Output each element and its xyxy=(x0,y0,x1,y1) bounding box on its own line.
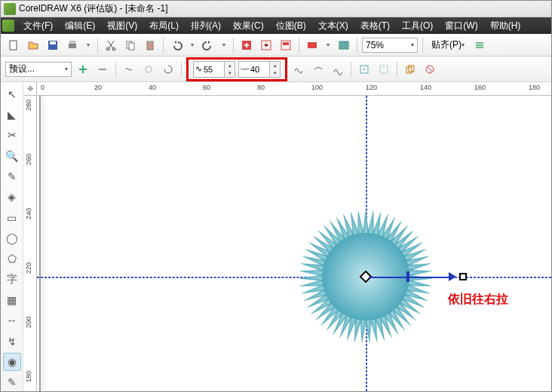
ruler-tick: 260 xyxy=(25,154,32,165)
ruler-tick: 280 xyxy=(25,100,32,111)
menu-text[interactable]: 文本(X) xyxy=(312,17,354,34)
snap-to-button[interactable]: 贴齐(P) ▾ xyxy=(428,38,468,53)
copy-icon[interactable] xyxy=(122,37,139,54)
polygon-tool-icon[interactable]: ⬠ xyxy=(3,250,21,268)
menu-view[interactable]: 视图(V) xyxy=(101,17,143,34)
app-launcher-dropdown-icon[interactable]: ▾ xyxy=(324,37,333,54)
app-icon xyxy=(4,3,16,15)
vertical-ruler[interactable]: 280 260 240 220 200 180 xyxy=(23,96,37,391)
svg-rect-4 xyxy=(70,41,75,44)
ruler-origin-icon[interactable]: ✥ xyxy=(23,82,37,96)
snap-to-label: 贴齐(P) xyxy=(431,38,462,51)
zipper-distort-icon[interactable] xyxy=(140,61,157,78)
ruler-tick: 60 xyxy=(203,84,210,91)
cut-icon[interactable] xyxy=(103,37,119,54)
import-icon[interactable] xyxy=(238,37,255,54)
connector-tool-icon[interactable]: ↯ xyxy=(3,332,21,350)
app-launcher-icon[interactable] xyxy=(304,37,320,54)
step-down-icon[interactable]: ▾ xyxy=(269,69,280,77)
menu-window[interactable]: 窗口(W) xyxy=(439,17,483,34)
step-up-icon[interactable]: ▴ xyxy=(269,62,280,69)
publish-icon[interactable] xyxy=(278,37,294,54)
drag-direction-line xyxy=(369,277,453,278)
svg-point-19 xyxy=(363,69,365,70)
table-tool-icon[interactable]: ▦ xyxy=(3,291,21,308)
chevron-down-icon: ▾ xyxy=(65,66,68,72)
menu-edit[interactable]: 编辑(E) xyxy=(59,17,101,34)
random-distort-icon[interactable] xyxy=(290,61,307,78)
menu-tools[interactable]: 工具(O) xyxy=(396,17,439,34)
arrow-head-icon xyxy=(449,272,456,281)
menu-effects[interactable]: 效果(C) xyxy=(227,17,270,34)
remove-preset-icon[interactable] xyxy=(94,61,111,78)
dimension-tool-icon[interactable]: ↔ xyxy=(3,312,21,329)
undo-dropdown-icon[interactable]: ▾ xyxy=(188,37,197,54)
zipper-amplitude-spinner[interactable]: ∿ 55 ▴▾ xyxy=(193,61,235,78)
ruler-tick: 160 xyxy=(474,84,486,91)
preset-combo[interactable]: 预设... ▾ xyxy=(5,62,72,77)
guide-horizontal[interactable] xyxy=(37,277,551,278)
svg-rect-8 xyxy=(129,43,134,50)
drag-amplitude-handle[interactable] xyxy=(406,271,409,282)
ruler-tick: 40 xyxy=(149,84,156,91)
freehand-tool-icon[interactable]: ✎ xyxy=(3,167,21,185)
chevron-down-icon: ▾ xyxy=(462,41,465,48)
smooth-distort-icon[interactable] xyxy=(310,61,327,78)
export-icon[interactable] xyxy=(258,37,274,54)
zoom-level-combo[interactable]: 75% ▾ xyxy=(362,38,418,53)
property-bar: 预设... ▾ ∿ 55 ▴▾ 〰 40 ▴▾ xyxy=(1,57,551,82)
undo-icon[interactable] xyxy=(168,37,185,54)
copy-distort-icon[interactable] xyxy=(402,61,419,78)
new-doc-icon[interactable] xyxy=(5,37,22,54)
paste-icon[interactable] xyxy=(142,37,158,54)
pick-tool-icon[interactable]: ↖ xyxy=(3,85,21,103)
standard-toolbar: ▾ ▾ ▾ ▾ 75% ▾ 贴齐(P) ▾ xyxy=(1,34,551,57)
center-distort-icon[interactable] xyxy=(356,61,373,78)
local-distort-icon[interactable] xyxy=(330,61,346,78)
horizontal-ruler[interactable]: 0 20 40 60 80 100 120 140 160 180 xyxy=(37,82,551,96)
svg-rect-16 xyxy=(339,41,348,49)
menu-file[interactable]: 文件(F) xyxy=(17,17,59,34)
crop-tool-icon[interactable]: ✂ xyxy=(3,127,21,144)
menu-bar: 文件(F) 编辑(E) 视图(V) 布局(L) 排列(A) 效果(C) 位图(B… xyxy=(1,17,551,34)
menu-help[interactable]: 帮助(H) xyxy=(484,17,527,34)
convert-curves-icon[interactable] xyxy=(376,61,392,78)
welcome-icon[interactable] xyxy=(336,37,352,54)
options-icon[interactable] xyxy=(471,37,488,54)
zipper-frequency-spinner[interactable]: 〰 40 ▴▾ xyxy=(238,61,281,78)
app-title: CorelDRAW X6 (评估版) - [未命名 -1] xyxy=(19,2,168,15)
step-up-icon[interactable]: ▴ xyxy=(224,62,235,69)
ruler-tick: 180 xyxy=(529,84,540,91)
zoom-tool-icon[interactable]: 🔍 xyxy=(3,147,21,164)
menu-layout[interactable]: 布局(L) xyxy=(143,17,185,34)
print-icon[interactable] xyxy=(64,37,81,54)
print-dropdown-icon[interactable]: ▾ xyxy=(84,37,93,54)
step-down-icon[interactable]: ▾ xyxy=(224,69,235,77)
eyedropper-tool-icon[interactable]: ✎ xyxy=(3,374,21,391)
redo-icon[interactable] xyxy=(200,37,216,54)
menu-table[interactable]: 表格(T) xyxy=(354,17,396,34)
ellipse-tool-icon[interactable]: ◯ xyxy=(3,229,21,247)
drawing-canvas[interactable]: 依旧往右拉 xyxy=(37,96,551,391)
rectangle-tool-icon[interactable]: ▭ xyxy=(3,209,21,226)
menu-app-icon xyxy=(2,20,14,32)
open-icon[interactable] xyxy=(25,37,41,54)
clear-distort-icon[interactable] xyxy=(422,61,438,78)
add-preset-icon[interactable] xyxy=(75,61,91,78)
ruler-tick: 0 xyxy=(41,84,44,91)
shape-tool-icon[interactable]: ◣ xyxy=(3,106,21,123)
menu-bitmaps[interactable]: 位图(B) xyxy=(270,17,312,34)
highlighted-settings: ∿ 55 ▴▾ 〰 40 ▴▾ xyxy=(186,57,287,81)
effects-tool-icon[interactable]: ◉ xyxy=(3,353,21,370)
save-icon[interactable] xyxy=(44,37,61,54)
smart-fill-icon[interactable]: ◈ xyxy=(3,188,21,206)
push-pull-distort-icon[interactable] xyxy=(121,61,137,78)
text-tool-icon[interactable]: 字 xyxy=(3,271,21,288)
amplitude-wave-icon: ∿ xyxy=(195,64,202,74)
twister-distort-icon[interactable] xyxy=(160,61,176,78)
annotation-text: 依旧往右拉 xyxy=(448,292,508,308)
drag-end-handle[interactable] xyxy=(459,273,467,280)
menu-arrange[interactable]: 排列(A) xyxy=(185,17,227,34)
redo-dropdown-icon[interactable]: ▾ xyxy=(219,37,228,54)
ruler-tick: 120 xyxy=(366,84,377,91)
